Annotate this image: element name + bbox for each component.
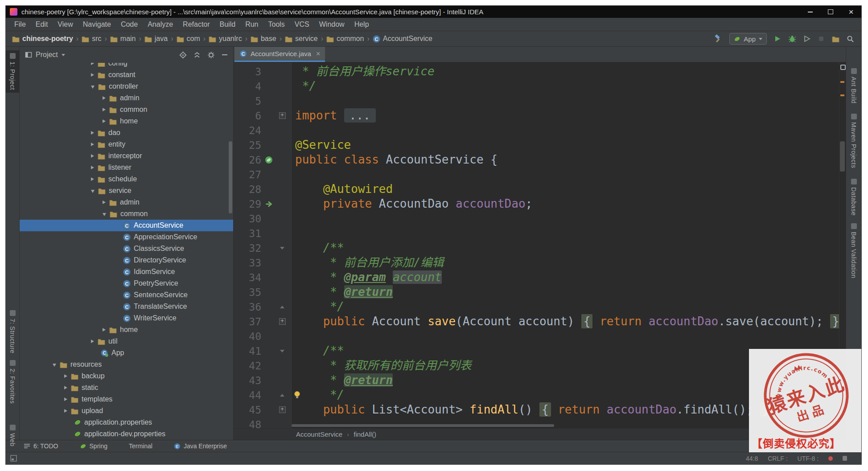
- tree-item-resources[interactable]: resources: [20, 359, 233, 370]
- gutter-line[interactable]: 31: [234, 226, 291, 241]
- status-widget[interactable]: CRLF :: [768, 455, 787, 462]
- code-line[interactable]: public class AccountService {: [292, 152, 839, 167]
- tool-button-1-project[interactable]: 1: Project: [6, 50, 19, 93]
- tool-windows-icon[interactable]: [10, 455, 17, 462]
- tool-button-spring[interactable]: Spring: [80, 442, 107, 450]
- tree-item-schedule[interactable]: schedule: [20, 173, 233, 185]
- gutter-line[interactable]: 36: [234, 299, 291, 314]
- tree-item-home[interactable]: home: [20, 324, 233, 336]
- code-line[interactable]: [292, 167, 839, 182]
- chevron-right-icon[interactable]: [91, 143, 94, 146]
- lock-icon[interactable]: [843, 456, 847, 461]
- inspections-widget-icon[interactable]: [840, 65, 846, 70]
- gutter-line[interactable]: 44: [234, 388, 291, 402]
- editor-breadcrumb-findall[interactable]: findAll(): [354, 430, 376, 438]
- chevron-right-icon[interactable]: [64, 386, 67, 389]
- gutter-line[interactable]: 32: [234, 241, 291, 255]
- chevron-right-icon[interactable]: [91, 340, 94, 343]
- tree-item-backup[interactable]: backup: [20, 370, 233, 382]
- close-button[interactable]: ×: [841, 6, 861, 18]
- gutter-line[interactable]: 6+: [234, 108, 291, 123]
- breadcrumb-item-service[interactable]: service: [284, 35, 319, 43]
- chevron-right-icon[interactable]: [91, 154, 94, 158]
- tool-button-terminal[interactable]: Terminal: [129, 442, 152, 450]
- code-line[interactable]: import ...: [292, 108, 839, 123]
- search-icon[interactable]: [847, 35, 854, 43]
- gutter-line[interactable]: 25: [234, 138, 291, 152]
- tree-item-interceptor[interactable]: interceptor: [20, 150, 233, 162]
- chevron-right-icon[interactable]: [103, 108, 106, 111]
- menu-item-edit[interactable]: Edit: [31, 18, 53, 31]
- code-line[interactable]: */: [292, 79, 839, 94]
- gutter-line[interactable]: 35: [234, 285, 291, 299]
- tree-item-idiomservice[interactable]: CIdiomService: [20, 266, 233, 278]
- chevron-right-icon[interactable]: [103, 96, 106, 100]
- breadcrumb-item-java[interactable]: java: [144, 35, 169, 43]
- tree-item-constant[interactable]: constant: [20, 69, 233, 81]
- chevron-right-icon[interactable]: [64, 397, 67, 401]
- tree-item-service[interactable]: service: [20, 185, 233, 197]
- gutter-line[interactable]: 4: [234, 79, 291, 94]
- gutter-line[interactable]: 28: [234, 182, 291, 197]
- warning-mark[interactable]: [840, 94, 844, 96]
- menu-item-tools[interactable]: Tools: [263, 18, 289, 31]
- tool-button-7-structure[interactable]: 7: Structure: [6, 307, 19, 356]
- run-config-selector[interactable]: App: [729, 33, 767, 45]
- breadcrumb-item-chinese-poetry[interactable]: chinese-poetry: [11, 35, 74, 43]
- warning-mark[interactable]: [840, 81, 844, 83]
- tree-item-static[interactable]: static: [20, 382, 233, 393]
- chevron-down-icon[interactable]: [91, 190, 95, 193]
- hide-panel-icon[interactable]: [222, 52, 228, 58]
- breadcrumb-item-com[interactable]: com: [176, 35, 201, 43]
- build-hammer-icon[interactable]: [713, 34, 722, 43]
- fold-expand-icon[interactable]: +: [279, 406, 286, 413]
- code-line[interactable]: public Account save(Account account) { r…: [292, 314, 839, 329]
- code-line[interactable]: /**: [292, 241, 839, 255]
- code-line[interactable]: * @param account: [292, 270, 839, 285]
- profiler-icon[interactable]: [818, 35, 825, 42]
- breadcrumb-item-base[interactable]: base: [250, 35, 277, 43]
- gutter-line[interactable]: 24: [234, 123, 291, 138]
- tree-item-sentenceservice[interactable]: CSentenceService: [20, 289, 233, 301]
- gutter-line[interactable]: 37+: [234, 314, 291, 329]
- code-line[interactable]: @Service: [292, 138, 839, 152]
- tree-item-controller[interactable]: controller: [20, 81, 233, 92]
- tree-item-dao[interactable]: dao: [20, 127, 233, 139]
- code-line[interactable]: [292, 123, 839, 138]
- fold-expand-icon[interactable]: +: [279, 112, 286, 119]
- run-coverage-icon[interactable]: [803, 35, 810, 42]
- vertical-scrollbar-thumb[interactable]: [840, 141, 845, 172]
- tree-item-listener[interactable]: listener: [20, 162, 233, 173]
- gutter-line[interactable]: 30: [234, 211, 291, 226]
- chevron-right-icon[interactable]: [91, 73, 94, 77]
- breadcrumb-item-common[interactable]: common: [325, 35, 365, 43]
- editor-breadcrumb-accountservice[interactable]: AccountService: [296, 430, 342, 438]
- chevron-right-icon[interactable]: [64, 374, 67, 378]
- tree-item-application-properties[interactable]: application.properties: [20, 417, 233, 428]
- tree-item-config[interactable]: config: [20, 63, 233, 69]
- gutter-line[interactable]: 41: [234, 344, 291, 358]
- menu-item-window[interactable]: Window: [314, 18, 350, 31]
- chevron-down-icon[interactable]: [53, 364, 56, 367]
- tree-item-common[interactable]: common: [20, 208, 233, 220]
- tree-scrollbar[interactable]: [229, 141, 232, 213]
- tree-item-directoryservice[interactable]: CDirectoryService: [20, 254, 233, 266]
- menu-item-code[interactable]: Code: [116, 18, 143, 31]
- code-line[interactable]: private AccountDao accountDao;: [292, 197, 839, 211]
- intention-bulb-icon[interactable]: [293, 391, 301, 399]
- locate-file-icon[interactable]: [179, 51, 187, 59]
- code-line[interactable]: [292, 226, 839, 241]
- gutter-line[interactable]: 40: [234, 329, 291, 344]
- status-widget[interactable]: UTF-8 :: [798, 455, 819, 462]
- tool-button-java-enterprise[interactable]: EJava Enterprise: [174, 442, 227, 450]
- minimize-button[interactable]: [800, 6, 820, 18]
- tool-button-6-todo[interactable]: 6: TODO: [24, 442, 58, 450]
- chevron-right-icon[interactable]: [91, 63, 94, 65]
- chevron-right-icon[interactable]: [103, 119, 106, 123]
- gutter-line[interactable]: 34: [234, 270, 291, 285]
- code-line[interactable]: * @return: [292, 285, 839, 299]
- menu-item-file[interactable]: File: [9, 18, 31, 31]
- chevron-down-icon[interactable]: [91, 86, 95, 89]
- code-line[interactable]: @Autowired: [292, 182, 839, 197]
- project-structure-icon[interactable]: [832, 36, 839, 42]
